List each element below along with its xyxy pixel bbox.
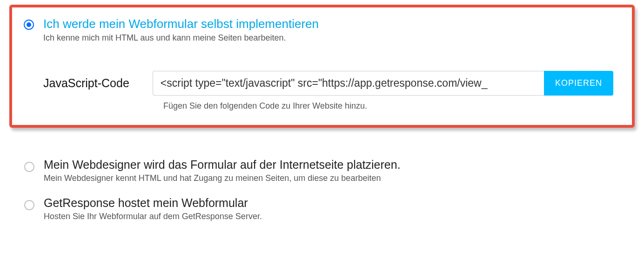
option-title: GetResponse hostet mein Webformular: [44, 196, 635, 210]
radio-webdesigner[interactable]: [24, 162, 34, 172]
option-description: Mein Webdesigner kennt HTML und hat Zuga…: [44, 173, 635, 183]
option-getresponse-host[interactable]: GetResponse hostet mein Webformular Host…: [24, 196, 635, 221]
code-input[interactable]: [153, 71, 544, 96]
option-description: Ich kenne mich mit HTML aus und kann mei…: [43, 33, 613, 43]
code-input-group: KOPIEREN: [153, 71, 613, 96]
other-options: Mein Webdesigner wird das Formular auf d…: [9, 158, 635, 221]
option-text: GetResponse hostet mein Webformular Host…: [44, 196, 635, 221]
copy-button[interactable]: KOPIEREN: [544, 71, 613, 96]
option-title: Ich werde mein Webformular selbst implem…: [43, 17, 613, 31]
option-self-implement[interactable]: Ich werde mein Webformular selbst implem…: [24, 17, 613, 43]
code-label: JavaScript-Code: [43, 76, 129, 90]
code-helper-text: Fügen Sie den folgenden Code zu Ihrer We…: [163, 101, 613, 111]
option-text: Mein Webdesigner wird das Formular auf d…: [44, 158, 635, 183]
javascript-code-section: JavaScript-Code KOPIEREN: [43, 71, 613, 96]
radio-getresponse-host[interactable]: [24, 200, 34, 210]
radio-self-implement[interactable]: [24, 20, 34, 30]
option-webdesigner[interactable]: Mein Webdesigner wird das Formular auf d…: [24, 158, 635, 183]
option-title: Mein Webdesigner wird das Formular auf d…: [44, 158, 635, 172]
option-text: Ich werde mein Webformular selbst implem…: [43, 17, 613, 43]
highlighted-option-panel: Ich werde mein Webformular selbst implem…: [9, 5, 635, 128]
option-description: Hosten Sie Ihr Webformular auf dem GetRe…: [44, 212, 635, 221]
